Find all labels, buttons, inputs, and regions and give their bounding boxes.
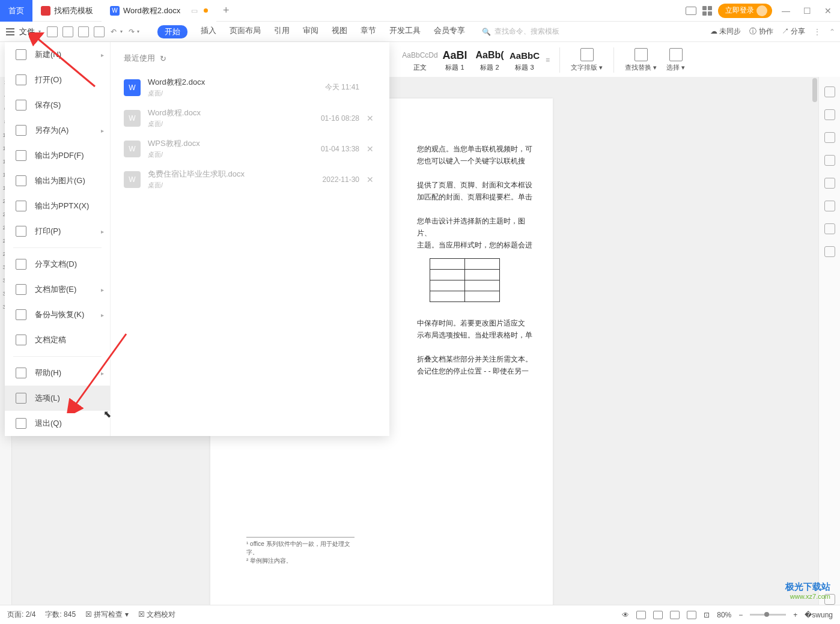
redo-button[interactable]: ↷ bbox=[129, 28, 135, 36]
hamburger-icon[interactable] bbox=[5, 27, 16, 37]
ribbon-tab-insert[interactable]: 插入 bbox=[201, 25, 216, 38]
file-menu-options[interactable]: 选项(L) bbox=[5, 386, 110, 411]
titlebar-right: 立即登录 — ☐ ✕ bbox=[686, 4, 840, 18]
file-menu-finalize[interactable]: 文档定稿 bbox=[5, 327, 110, 353]
ribbon-tab-review[interactable]: 审阅 bbox=[303, 25, 318, 38]
refresh-icon[interactable]: ↻ bbox=[160, 54, 166, 63]
tab-home[interactable]: 首页 bbox=[0, 0, 32, 22]
findreplace-button[interactable]: 查找替换 ▾ bbox=[620, 48, 662, 72]
file-menu-new[interactable]: 新建(N)▸ bbox=[5, 42, 110, 67]
file-menu-exportpptx[interactable]: 输出为PPTX(X) bbox=[5, 193, 110, 219]
side-screen-icon[interactable] bbox=[824, 246, 835, 257]
file-menu-saveas[interactable]: 另存为(A)▸ bbox=[5, 118, 110, 143]
file-menu-encrypt[interactable]: 文档加密(E)▸ bbox=[5, 277, 110, 302]
view-mode-3[interactable] bbox=[670, 611, 680, 619]
window-minimize[interactable]: — bbox=[778, 6, 794, 16]
status-words[interactable]: 字数: 845 bbox=[45, 610, 76, 620]
ribbon-tab-pagelayout[interactable]: 页面布局 bbox=[230, 25, 261, 38]
side-select-icon[interactable] bbox=[824, 132, 835, 143]
print-preview-icon[interactable] bbox=[94, 26, 105, 37]
add-tab-button[interactable]: + bbox=[216, 4, 236, 17]
file-menu-save[interactable]: 保存(S) bbox=[5, 92, 110, 118]
search-icon bbox=[635, 48, 648, 61]
tab-template[interactable]: 找稻壳模板 bbox=[32, 0, 102, 22]
findreplace-label: 查找替换 bbox=[625, 64, 651, 71]
ribbon-tab-devtools[interactable]: 开发工具 bbox=[389, 25, 421, 38]
style-label: 正文 bbox=[403, 63, 437, 72]
login-button[interactable]: 立即登录 bbox=[718, 4, 772, 18]
zoom-fit-icon[interactable]: ⊡ bbox=[704, 611, 710, 619]
window-maximize[interactable]: ☐ bbox=[800, 6, 815, 16]
status-proof[interactable]: ☒ 文档校对 bbox=[138, 610, 175, 620]
ribbon-tab-vip[interactable]: 会员专享 bbox=[434, 25, 465, 38]
file-menu-exportimg[interactable]: 输出为图片(G) bbox=[5, 168, 110, 193]
side-help-icon[interactable] bbox=[824, 178, 835, 189]
file-menu-print[interactable]: 打印(P)▸ bbox=[5, 219, 110, 244]
style-heading3[interactable]: AaBbC标题 3 bbox=[508, 47, 541, 72]
recent-item[interactable]: WWord教程2.docx桌面/今天 11:41 bbox=[124, 72, 376, 103]
select-button[interactable]: 选择 ▾ bbox=[662, 48, 690, 72]
side-edit-icon[interactable] bbox=[824, 109, 835, 120]
file-menu-exportpdf[interactable]: 输出为PDF(F) bbox=[5, 143, 110, 168]
side-wallet-icon[interactable] bbox=[824, 201, 835, 211]
file-menu-exit[interactable]: 退出(Q) bbox=[5, 411, 110, 436]
file-menu-backup[interactable]: 备份与恢复(K)▸ bbox=[5, 302, 110, 327]
file-menu-share[interactable]: 分享文档(D) bbox=[5, 252, 110, 277]
status-spellcheck[interactable]: ☒ 拼写检查 ▾ bbox=[85, 610, 129, 620]
layout-icon[interactable] bbox=[686, 7, 696, 15]
zoom-level[interactable]: 80% bbox=[717, 611, 731, 619]
close-icon[interactable]: ✕ bbox=[367, 114, 374, 123]
status-page[interactable]: 页面: 2/4 bbox=[7, 610, 35, 620]
ribbon-tab-reference[interactable]: 引用 bbox=[274, 25, 290, 38]
style-heading1[interactable]: AaBl标题 1 bbox=[438, 47, 472, 72]
ribbon-tab-section[interactable]: 章节 bbox=[361, 25, 376, 38]
toolbar-collapse[interactable]: ⌃ bbox=[829, 28, 835, 36]
print-icon[interactable] bbox=[78, 26, 89, 37]
zoom-slider[interactable] bbox=[750, 614, 786, 616]
scrollbar-thumb[interactable] bbox=[812, 78, 817, 102]
zoom-in[interactable]: + bbox=[793, 611, 797, 619]
file-menu-button[interactable]: 文件 bbox=[19, 26, 35, 37]
cursor-icon bbox=[669, 48, 683, 61]
window-close[interactable]: ✕ bbox=[821, 6, 835, 16]
style-preview: AaBbCcDd bbox=[403, 47, 437, 63]
recent-item[interactable]: WWPS教程.docx桌面/01-04 13:38✕ bbox=[124, 133, 376, 164]
apps-grid-icon[interactable] bbox=[702, 6, 712, 16]
chevron-right-icon: ▸ bbox=[101, 312, 104, 318]
styles-more[interactable]: ≡ bbox=[546, 56, 550, 64]
coop-button[interactable]: ⓘ 协作 bbox=[749, 26, 773, 37]
ribbon-tab-start[interactable]: 开始 bbox=[157, 25, 187, 38]
recent-item[interactable]: W免费住宿让毕业生求职.docx桌面/2022-11-30✕ bbox=[124, 164, 376, 195]
view-mode-2[interactable] bbox=[653, 611, 663, 619]
side-style-icon[interactable] bbox=[824, 86, 835, 97]
tab-document[interactable]: WWord教程2.docx▭ bbox=[102, 0, 216, 22]
toolbar-more[interactable]: ⋮ bbox=[814, 28, 821, 36]
recent-path: 桌面/ bbox=[148, 89, 205, 98]
close-icon[interactable]: ✕ bbox=[367, 144, 374, 154]
save-icon[interactable] bbox=[47, 26, 58, 37]
view-eye-icon[interactable]: 👁 bbox=[622, 611, 629, 619]
side-location-icon[interactable] bbox=[824, 223, 835, 234]
recent-path: 桌面/ bbox=[148, 150, 200, 159]
style-heading2[interactable]: AaBb(标题 2 bbox=[473, 47, 507, 72]
save-as-icon[interactable] bbox=[62, 26, 73, 37]
share-button[interactable]: ↗ 分享 bbox=[782, 26, 805, 37]
style-preview: AaBl bbox=[438, 47, 472, 63]
undo-button[interactable]: ↶ bbox=[111, 28, 117, 36]
search-command[interactable]: 🔍查找命令、搜索模板 bbox=[482, 26, 559, 37]
file-menu-help[interactable]: 帮助(H)▸ bbox=[5, 360, 110, 386]
zoom-out[interactable]: − bbox=[738, 611, 743, 619]
ribbon-tab-view[interactable]: 视图 bbox=[332, 25, 347, 38]
style-normal[interactable]: AaBbCcDd正文 bbox=[403, 47, 437, 72]
close-icon[interactable]: ✕ bbox=[367, 175, 374, 184]
view-mode-4[interactable] bbox=[687, 611, 696, 619]
share-icon bbox=[16, 259, 26, 270]
file-menu-open[interactable]: 打开(O) bbox=[5, 67, 110, 92]
view-mode-1[interactable] bbox=[636, 611, 646, 619]
unsync-button[interactable]: ☁ 未同步 bbox=[710, 26, 741, 37]
typeset-button[interactable]: 文字排版 ▾ bbox=[566, 48, 607, 72]
recent-item[interactable]: WWord教程.docx桌面/01-16 08:28✕ bbox=[124, 103, 376, 133]
typeset-label: 文字排版 bbox=[571, 64, 597, 71]
side-settings-icon[interactable] bbox=[824, 155, 835, 166]
status-expand[interactable]: �swung bbox=[805, 611, 833, 619]
